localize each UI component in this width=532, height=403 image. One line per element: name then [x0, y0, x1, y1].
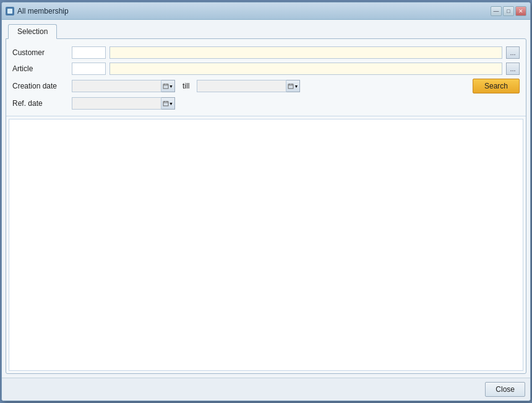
title-buttons: — □ ✕: [491, 6, 526, 16]
creation-date-from-input[interactable]: [72, 80, 161, 92]
maximize-button[interactable]: □: [503, 6, 514, 16]
ref-date-picker[interactable]: ▼: [161, 97, 175, 110]
calendar-icon: [163, 83, 169, 89]
svg-rect-8: [163, 102, 168, 106]
creation-date-row: Creation date ▼: [12, 79, 520, 93]
customer-short-input[interactable]: [72, 46, 106, 59]
ref-date-wrapper: ▼: [72, 97, 175, 110]
main-window: All membership — □ ✕ Selection Customer: [1, 2, 531, 401]
tab-panel: Customer ... Article ... Creatio: [6, 38, 526, 374]
window-title: All membership: [17, 7, 69, 15]
chevron-down-to-icon: ▼: [294, 84, 298, 89]
creation-date-to-picker[interactable]: ▼: [286, 80, 300, 92]
window-body: Selection Customer ... Article: [2, 20, 530, 378]
calendar-ref-icon: [163, 100, 169, 106]
creation-date-to-wrapper: ▼: [197, 80, 300, 92]
chevron-down-ref-icon: ▼: [169, 102, 173, 106]
close-window-button[interactable]: ✕: [515, 6, 526, 16]
customer-long-input[interactable]: [109, 46, 502, 59]
article-label: Article: [12, 64, 68, 73]
article-browse-button[interactable]: ...: [506, 63, 520, 75]
article-short-input[interactable]: [72, 63, 106, 75]
form-area: Customer ... Article ... Creatio: [6, 39, 526, 116]
ref-date-label: Ref. date: [12, 99, 68, 108]
customer-label: Customer: [12, 48, 68, 57]
results-area: [9, 119, 523, 371]
creation-date-label: Creation date: [12, 82, 68, 90]
calendar-to-icon: [288, 83, 294, 89]
tab-selection[interactable]: Selection: [8, 24, 57, 39]
tab-container: Selection Customer ... Article: [6, 24, 526, 374]
creation-date-from-wrapper: ▼: [72, 80, 175, 92]
ref-date-input[interactable]: [72, 97, 161, 110]
minimize-button[interactable]: —: [491, 6, 502, 16]
article-row: Article ...: [12, 63, 520, 75]
bottom-bar: Close: [2, 378, 530, 401]
article-long-input[interactable]: [109, 63, 502, 75]
close-dialog-button[interactable]: Close: [485, 382, 525, 397]
creation-date-from-picker[interactable]: ▼: [161, 80, 175, 92]
tab-strip: Selection: [6, 24, 526, 38]
creation-date-to-input[interactable]: [197, 80, 286, 92]
customer-browse-button[interactable]: ...: [506, 46, 520, 59]
svg-rect-0: [163, 84, 168, 89]
ref-date-row: Ref. date ▼: [12, 97, 520, 110]
window-icon: [6, 7, 14, 15]
customer-row: Customer ...: [12, 46, 520, 59]
tab-selection-label: Selection: [17, 27, 48, 36]
title-bar: All membership — □ ✕: [2, 2, 530, 20]
svg-rect-4: [288, 84, 293, 89]
search-button[interactable]: Search: [473, 79, 520, 93]
chevron-down-icon: ▼: [169, 84, 173, 89]
till-label: till: [182, 82, 189, 90]
title-bar-left: All membership: [6, 7, 69, 15]
